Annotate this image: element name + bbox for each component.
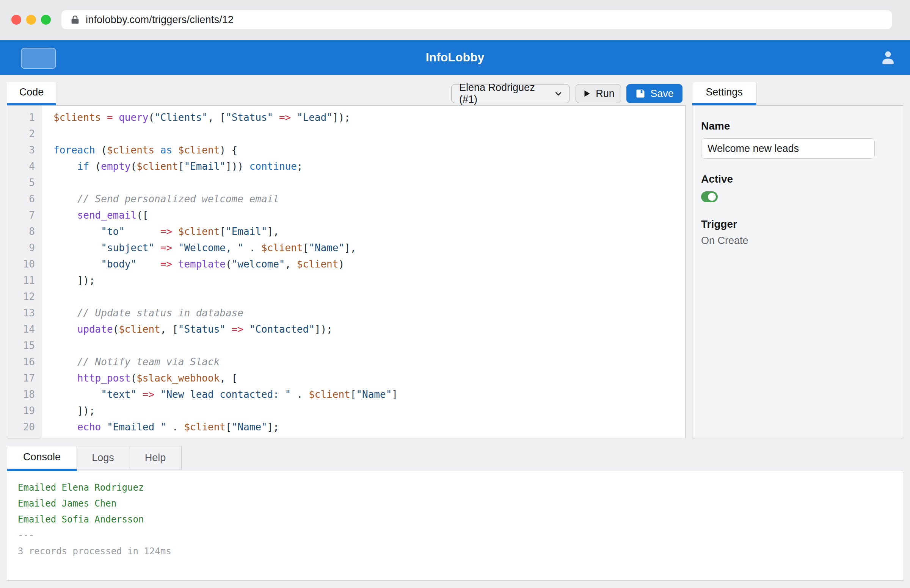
- line-number: 14: [7, 321, 35, 338]
- close-window-button[interactable]: [11, 15, 21, 24]
- code-line: ]);: [53, 403, 685, 419]
- app-title: InfoLobby: [0, 40, 910, 75]
- settings-panel: Name Active Trigger On Create: [692, 105, 903, 438]
- line-number: 17: [7, 370, 35, 386]
- console-output[interactable]: Emailed Elena RodriguezEmailed James Che…: [7, 471, 903, 581]
- gutter: 1234567891011121314151617181920: [7, 106, 41, 438]
- app-window: infolobby.com/triggers/clients/12 InfoLo…: [0, 0, 910, 588]
- record-select[interactable]: Elena Rodriguez (#1): [451, 84, 570, 103]
- save-icon: [635, 88, 646, 99]
- active-label: Active: [701, 173, 894, 185]
- record-select-value: Elena Rodriguez (#1): [459, 82, 554, 105]
- run-button[interactable]: Run: [576, 84, 621, 103]
- console-tab-logs[interactable]: Logs: [77, 446, 129, 469]
- line-number: 12: [7, 289, 35, 305]
- url-bar[interactable]: infolobby.com/triggers/clients/12: [62, 10, 892, 29]
- code-line: http_post($slack_webhook, [: [53, 370, 685, 386]
- line-number: 1: [7, 110, 35, 126]
- line-number: 4: [7, 158, 35, 174]
- run-button-label: Run: [596, 88, 615, 100]
- code-line: // Update status in database: [53, 305, 685, 321]
- console-tab-help[interactable]: Help: [129, 446, 181, 469]
- code-editor[interactable]: 1234567891011121314151617181920 $clients…: [7, 105, 685, 438]
- code-line: if (empty($client["Email"])) continue;: [53, 158, 685, 174]
- code-line: echo "Emailed " . $client["Name"];: [53, 419, 685, 435]
- name-label: Name: [701, 120, 894, 132]
- console-line: Emailed Sofia Andersson: [18, 512, 892, 527]
- code-line: // Send personalized welcome email: [53, 191, 685, 207]
- lock-icon: [70, 15, 80, 25]
- code-line: [53, 126, 685, 142]
- chevron-down-icon: [554, 89, 563, 99]
- tab-settings[interactable]: Settings: [692, 82, 756, 105]
- trigger-label: Trigger: [701, 218, 894, 230]
- line-number: 15: [7, 338, 35, 354]
- name-input[interactable]: [701, 138, 875, 159]
- maximize-window-button[interactable]: [41, 15, 51, 24]
- console-tab-console[interactable]: Console: [7, 446, 77, 471]
- play-icon: [582, 89, 591, 98]
- console-tab-bar: ConsoleLogsHelp: [7, 446, 181, 471]
- line-number: 11: [7, 272, 35, 289]
- code-line: "text" => "New lead contacted: " . $clie…: [53, 386, 685, 403]
- tab-code[interactable]: Code: [7, 82, 56, 105]
- console-line: 3 records processed in 124ms: [18, 543, 892, 559]
- user-icon: [879, 48, 897, 67]
- line-number: 5: [7, 174, 35, 191]
- save-button-label: Save: [650, 88, 674, 100]
- line-number: 13: [7, 305, 35, 321]
- toggle-knob: [708, 193, 716, 201]
- code-line: "subject" => "Welcome, " . $client["Name…: [53, 240, 685, 256]
- code-line: [53, 289, 685, 305]
- line-number: 20: [7, 419, 35, 435]
- code-line: "body" => template("welcome", $client): [53, 256, 685, 272]
- line-number: 9: [7, 240, 35, 256]
- line-number: 16: [7, 354, 35, 370]
- active-toggle[interactable]: [701, 191, 718, 202]
- browser-chrome: infolobby.com/triggers/clients/12: [0, 0, 910, 40]
- code-line: // Notify team via Slack: [53, 354, 685, 370]
- line-number: 19: [7, 403, 35, 419]
- code-line: [53, 174, 685, 191]
- minimize-window-button[interactable]: [26, 15, 36, 24]
- code-line: [53, 338, 685, 354]
- line-number: 10: [7, 256, 35, 272]
- line-number: 8: [7, 223, 35, 240]
- console-line: ---: [18, 527, 892, 543]
- app-header: InfoLobby: [0, 40, 910, 75]
- url-text: infolobby.com/triggers/clients/12: [86, 14, 233, 26]
- line-number: 18: [7, 386, 35, 403]
- line-number: 6: [7, 191, 35, 207]
- line-number: 2: [7, 126, 35, 142]
- code-line: update($client, ["Status" => "Contacted"…: [53, 321, 685, 338]
- code-line: send_email([: [53, 207, 685, 223]
- code-line: "to" => $client["Email"],: [53, 223, 685, 240]
- code-area[interactable]: $clients = query("Clients", ["Status" =>…: [41, 106, 685, 438]
- line-number: 3: [7, 142, 35, 158]
- code-line: ]);: [53, 272, 685, 289]
- line-number: 7: [7, 207, 35, 223]
- console-line: Emailed James Chen: [18, 496, 892, 512]
- trigger-value: On Create: [701, 235, 894, 247]
- console-line: Emailed Elena Rodriguez: [18, 480, 892, 496]
- code-line: $clients = query("Clients", ["Status" =>…: [53, 110, 685, 126]
- user-account-button[interactable]: [879, 48, 897, 67]
- code-line: foreach ($clients as $client) {: [53, 142, 685, 158]
- save-button[interactable]: Save: [627, 84, 682, 103]
